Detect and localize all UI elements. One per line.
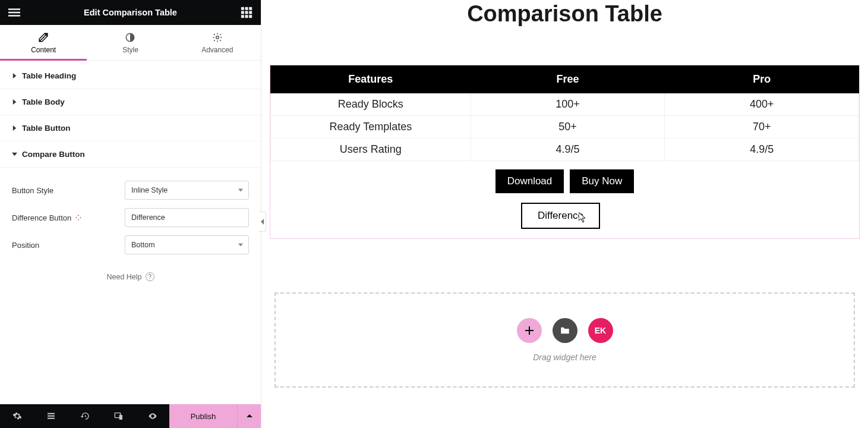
section-label: Table Button — [22, 124, 71, 133]
col-free: Free — [471, 66, 665, 93]
preview-icon[interactable] — [135, 404, 169, 428]
svg-rect-2 — [8, 15, 20, 16]
panel-title: Edit Comparison Table — [84, 8, 177, 17]
responsive-icon[interactable] — [102, 404, 135, 428]
template-library-icon[interactable] — [553, 318, 577, 343]
svg-rect-10 — [245, 15, 248, 18]
section-table-button[interactable]: Table Button — [0, 115, 261, 141]
dropzone-label: Drag widget here — [533, 353, 596, 362]
difference-button-input[interactable] — [125, 208, 249, 227]
brand-icon[interactable]: EK — [588, 318, 613, 343]
section-table-heading[interactable]: Table Heading — [0, 63, 261, 89]
difference-button[interactable]: Difference — [521, 203, 600, 229]
publish-options[interactable] — [237, 404, 261, 428]
panel-footer: Publish — [0, 404, 261, 428]
tab-advanced[interactable]: Advanced — [174, 25, 261, 60]
svg-rect-5 — [249, 7, 252, 10]
help-icon: ? — [146, 272, 154, 281]
svg-point-14 — [76, 217, 77, 218]
section-table-body[interactable]: Table Body — [0, 89, 261, 115]
col-features: Features — [271, 66, 471, 93]
svg-rect-6 — [241, 11, 244, 14]
tab-content[interactable]: Content — [0, 25, 87, 60]
tab-style-label: Style — [122, 46, 138, 54]
col-pro: Pro — [665, 66, 859, 93]
svg-point-17 — [80, 217, 81, 218]
svg-rect-9 — [241, 15, 244, 18]
comparison-table: Features Free Pro Ready Blocks 100+ 400+… — [270, 65, 859, 161]
download-button[interactable]: Download — [495, 169, 564, 193]
compare-button-controls: Button Style Inline Style Difference But… — [0, 168, 261, 291]
apps-icon[interactable] — [241, 7, 252, 18]
table-buttons: Download Buy Now — [270, 161, 859, 196]
svg-rect-3 — [241, 7, 244, 10]
table-row: Users Rating 4.9/5 4.9/5 — [271, 139, 859, 161]
section-compare-button[interactable]: Compare Button — [0, 141, 261, 168]
editor-tabs: Content Style Advanced — [0, 25, 261, 61]
svg-rect-8 — [249, 11, 252, 14]
button-style-label: Button Style — [12, 186, 125, 195]
menu-icon[interactable] — [8, 7, 20, 18]
section-label: Table Body — [22, 97, 65, 106]
svg-rect-4 — [245, 7, 248, 10]
publish-button[interactable]: Publish — [169, 404, 237, 428]
button-style-select[interactable]: Inline Style — [125, 181, 249, 200]
preview-area: Comparison Table Features Free Pro Ready… — [261, 0, 868, 428]
svg-rect-0 — [8, 8, 20, 10]
empty-section-dropzone[interactable]: EK Drag widget here — [274, 292, 855, 388]
section-label: Compare Button — [22, 150, 85, 159]
svg-rect-7 — [245, 11, 248, 14]
svg-rect-19 — [119, 415, 122, 420]
position-select[interactable]: Bottom — [125, 235, 249, 254]
tab-style[interactable]: Style — [87, 25, 173, 60]
tab-advanced-label: Advanced — [201, 46, 233, 54]
tab-content-label: Content — [31, 46, 56, 54]
table-row: Ready Blocks 100+ 400+ — [271, 93, 859, 116]
svg-point-16 — [78, 219, 79, 221]
history-icon[interactable] — [68, 404, 102, 428]
need-help-link[interactable]: Need Help ? — [12, 272, 249, 281]
svg-point-13 — [216, 36, 219, 39]
editor-panel: Edit Comparison Table Content Style Ad — [0, 0, 261, 428]
buy-now-button[interactable]: Buy Now — [570, 169, 634, 193]
svg-rect-21 — [525, 330, 534, 331]
panel-header: Edit Comparison Table — [0, 0, 261, 25]
add-section-icon[interactable] — [517, 318, 542, 343]
svg-rect-1 — [8, 12, 20, 14]
page-title: Comparison Table — [267, 1, 862, 27]
section-label: Table Heading — [22, 71, 76, 80]
difference-button-label: Difference Button — [12, 213, 71, 222]
table-row: Ready Templates 50+ 70+ — [271, 116, 859, 139]
controls-list: Table Heading Table Body Table Button Co… — [0, 61, 261, 404]
svg-rect-11 — [249, 15, 252, 18]
navigator-icon[interactable] — [34, 404, 68, 428]
collapse-panel-icon[interactable] — [259, 212, 266, 232]
position-label: Position — [12, 241, 125, 250]
need-help-label: Need Help — [106, 273, 141, 281]
dynamic-icon[interactable] — [75, 214, 82, 221]
svg-point-15 — [78, 215, 79, 216]
settings-icon[interactable] — [0, 404, 34, 428]
comparison-table-widget[interactable]: Features Free Pro Ready Blocks 100+ 400+… — [270, 65, 860, 239]
